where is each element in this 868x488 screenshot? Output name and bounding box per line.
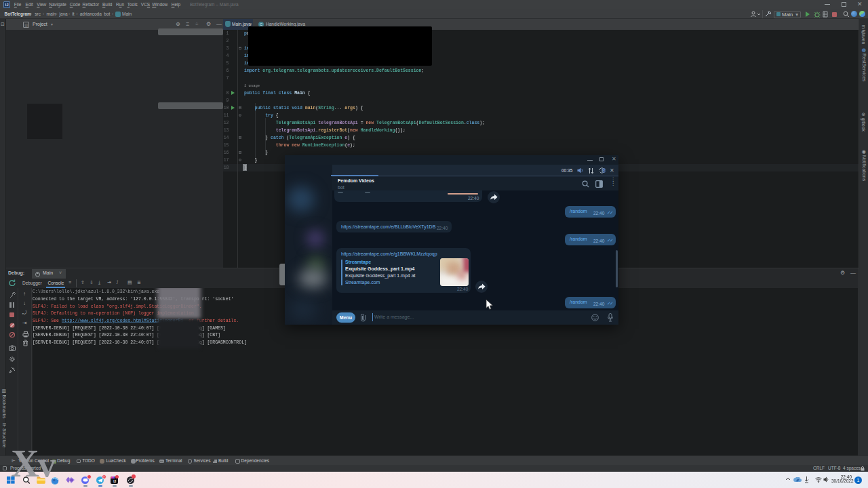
svg-text:D: D (603, 169, 606, 173)
